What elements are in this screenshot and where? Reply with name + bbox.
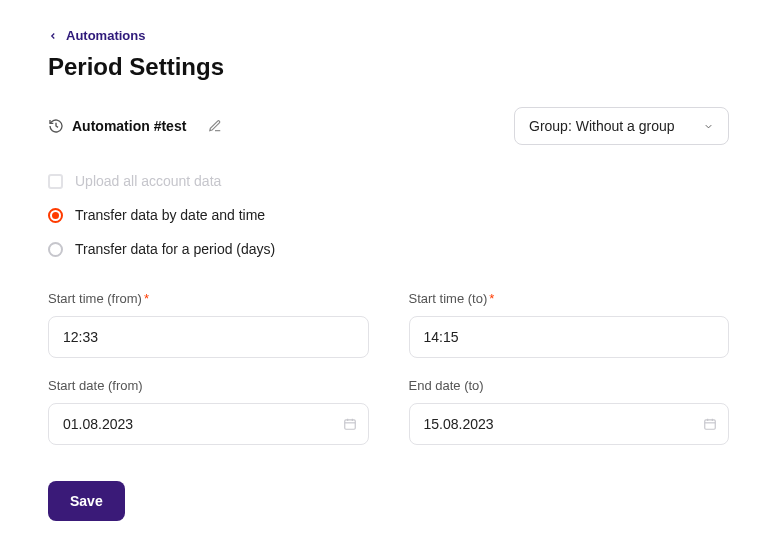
- option-label: Transfer data for a period (days): [75, 241, 275, 257]
- field-label: Start time (from)*: [48, 291, 369, 306]
- field-start-time-to: Start time (to)*: [409, 291, 730, 358]
- start-date-from-input[interactable]: [48, 403, 369, 445]
- chevron-left-icon: [48, 31, 58, 41]
- svg-rect-4: [705, 420, 716, 429]
- field-label: End date (to): [409, 378, 730, 393]
- field-start-date-from: Start date (from): [48, 378, 369, 445]
- option-label: Upload all account data: [75, 173, 221, 189]
- automation-name: Automation #test: [72, 118, 186, 134]
- start-time-to-input[interactable]: [409, 316, 730, 358]
- calendar-icon[interactable]: [703, 417, 717, 431]
- period-form: Start time (from)* Start time (to)* Star…: [48, 291, 729, 445]
- meta-row: Automation #test Group: Without a group: [48, 107, 729, 145]
- page-title: Period Settings: [48, 53, 729, 81]
- option-label: Transfer data by date and time: [75, 207, 265, 223]
- transfer-options: Upload all account data Transfer data by…: [48, 173, 729, 257]
- required-marker: *: [144, 291, 149, 306]
- field-start-time-from: Start time (from)*: [48, 291, 369, 358]
- svg-rect-0: [344, 420, 355, 429]
- edit-icon[interactable]: [208, 119, 222, 133]
- option-transfer-period[interactable]: Transfer data for a period (days): [48, 241, 729, 257]
- radio-icon: [48, 208, 63, 223]
- calendar-icon[interactable]: [343, 417, 357, 431]
- chevron-down-icon: [703, 121, 714, 132]
- history-icon: [48, 118, 64, 134]
- group-select[interactable]: Group: Without a group: [514, 107, 729, 145]
- group-select-label: Group: Without a group: [529, 118, 675, 134]
- start-time-from-input[interactable]: [48, 316, 369, 358]
- breadcrumb[interactable]: Automations: [48, 28, 729, 43]
- required-marker: *: [489, 291, 494, 306]
- checkbox-icon: [48, 174, 63, 189]
- automation-meta: Automation #test: [48, 118, 222, 134]
- save-button[interactable]: Save: [48, 481, 125, 521]
- option-transfer-datetime[interactable]: Transfer data by date and time: [48, 207, 729, 223]
- end-date-to-input[interactable]: [409, 403, 730, 445]
- field-label: Start date (from): [48, 378, 369, 393]
- radio-icon: [48, 242, 63, 257]
- field-label: Start time (to)*: [409, 291, 730, 306]
- field-end-date-to: End date (to): [409, 378, 730, 445]
- breadcrumb-label: Automations: [66, 28, 145, 43]
- option-upload-all: Upload all account data: [48, 173, 729, 189]
